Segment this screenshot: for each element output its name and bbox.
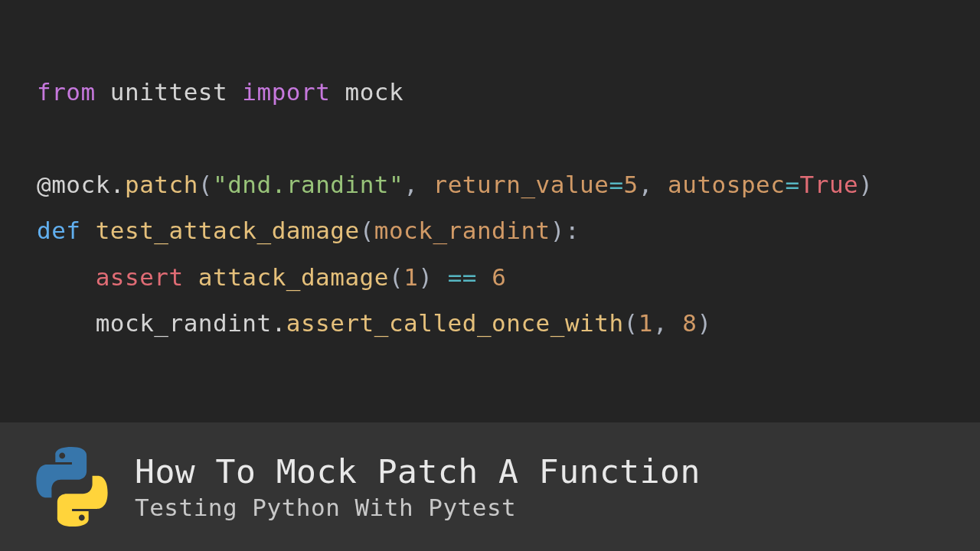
kwarg-name: autospec (668, 171, 785, 198)
code-block: from unittest import mock @mock.patch("d… (0, 0, 980, 347)
dot: . (272, 309, 286, 337)
keyword-from: from (37, 78, 96, 106)
number-literal: 5 (624, 171, 639, 198)
kwarg-name: return_value (433, 171, 609, 198)
paren-open: ( (198, 171, 213, 198)
decorator-object: mock (51, 171, 110, 198)
dot: . (110, 171, 125, 198)
module-name: unittest (110, 78, 227, 106)
code-line-1: from unittest import mock (37, 69, 980, 115)
paren-close-colon: ): (550, 217, 580, 244)
decorator-method: patch (125, 171, 198, 198)
decorator-at: @ (37, 171, 51, 198)
space (81, 217, 96, 244)
number-literal: 8 (682, 309, 697, 337)
parameter: mock_randint (374, 217, 550, 244)
keyword-def: def (37, 217, 81, 244)
string-literal: "dnd.randint" (213, 171, 403, 198)
code-line-2: @mock.patch("dnd.randint", return_value=… (37, 161, 980, 207)
paren-open: ( (389, 263, 403, 291)
paren-close: ) (697, 309, 711, 337)
comma: , (639, 171, 668, 198)
number-literal: 1 (403, 263, 418, 291)
space (184, 263, 198, 291)
paren-open: ( (360, 217, 374, 244)
call-name: attack_damage (198, 263, 389, 291)
footer-banner: How To Mock Patch A Function Testing Pyt… (0, 422, 980, 551)
equals: = (785, 171, 799, 198)
number-literal: 1 (639, 309, 653, 337)
paren-open: ( (624, 309, 639, 337)
indent (37, 263, 96, 291)
number-literal: 6 (492, 263, 506, 291)
keyword-import: import (242, 78, 330, 106)
bool-literal: True (800, 171, 859, 198)
comma: , (653, 309, 682, 337)
equals: = (609, 171, 623, 198)
comma: , (403, 171, 433, 198)
code-line-4: assert attack_damage(1) == 6 (37, 254, 980, 300)
subtitle: Testing Python With Pytest (135, 494, 701, 521)
indent (37, 309, 96, 337)
method-name: assert_called_once_with (286, 309, 624, 337)
code-line-5: mock_randint.assert_called_once_with(1, … (37, 300, 980, 346)
keyword-assert: assert (96, 263, 184, 291)
code-line-3: def test_attack_damage(mock_randint): (37, 207, 980, 253)
paren-close: ) (418, 263, 447, 291)
function-name: test_attack_damage (96, 217, 360, 244)
main-title: How To Mock Patch A Function (135, 452, 701, 491)
paren-close: ) (858, 171, 873, 198)
blank-line (37, 115, 980, 161)
import-name: mock (345, 78, 403, 106)
space (477, 263, 492, 291)
python-logo-icon (31, 445, 113, 528)
object-name: mock_randint (96, 309, 272, 337)
title-block: How To Mock Patch A Function Testing Pyt… (135, 452, 701, 521)
equals-equals: == (448, 263, 477, 291)
